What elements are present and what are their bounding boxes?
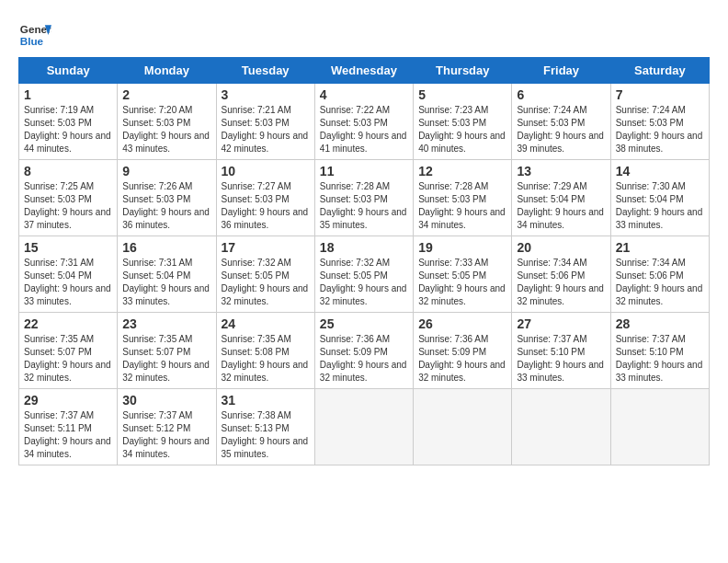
calendar-cell: 1Sunrise: 7:19 AMSunset: 5:03 PMDaylight… [19,84,118,160]
calendar-cell: 24Sunrise: 7:35 AMSunset: 5:08 PMDayligh… [216,313,314,389]
calendar-cell: 7Sunrise: 7:24 AMSunset: 5:03 PMDaylight… [610,84,709,160]
day-number: 2 [122,87,210,102]
day-number: 20 [517,240,605,255]
day-number: 10 [222,164,310,178]
calendar-cell: 5Sunrise: 7:23 AMSunset: 5:03 PMDaylight… [414,84,512,160]
day-number: 14 [616,164,704,178]
day-detail: Sunrise: 7:28 AMSunset: 5:03 PMDaylight:… [418,181,506,230]
day-detail: Sunrise: 7:27 AMSunset: 5:03 PMDaylight:… [222,181,309,230]
day-detail: Sunrise: 7:31 AMSunset: 5:04 PMDaylight:… [122,258,210,306]
svg-text:Blue: Blue [20,35,44,47]
logo-icon: General Blue [18,18,51,52]
day-detail: Sunrise: 7:37 AMSunset: 5:10 PMDaylight:… [517,334,604,383]
day-detail: Sunrise: 7:20 AMSunset: 5:03 PMDaylight:… [122,105,210,154]
day-detail: Sunrise: 7:36 AMSunset: 5:09 PMDaylight:… [320,334,407,383]
day-number: 25 [320,316,408,331]
day-header-monday: Monday [118,58,216,84]
logo: General Blue [18,18,51,52]
calendar-cell: 27Sunrise: 7:37 AMSunset: 5:10 PMDayligh… [512,313,610,389]
calendar-cell: 11Sunrise: 7:28 AMSunset: 5:03 PMDayligh… [314,160,413,236]
day-number: 24 [222,316,310,331]
calendar-cell: 4Sunrise: 7:22 AMSunset: 5:03 PMDaylight… [314,84,413,160]
day-number: 27 [517,316,605,331]
day-detail: Sunrise: 7:38 AMSunset: 5:13 PMDaylight:… [222,410,309,459]
day-number: 16 [122,240,210,255]
calendar-week-row: 22Sunrise: 7:35 AMSunset: 5:07 PMDayligh… [19,313,710,389]
day-header-saturday: Saturday [610,58,709,84]
calendar-cell: 12Sunrise: 7:28 AMSunset: 5:03 PMDayligh… [414,160,512,236]
day-detail: Sunrise: 7:37 AMSunset: 5:10 PMDaylight:… [616,334,703,383]
calendar-cell: 31Sunrise: 7:38 AMSunset: 5:13 PMDayligh… [216,389,314,465]
calendar-cell [610,389,709,465]
day-number: 12 [418,164,506,178]
day-header-wednesday: Wednesday [314,58,413,84]
calendar-week-row: 1Sunrise: 7:19 AMSunset: 5:03 PMDaylight… [19,84,710,160]
day-detail: Sunrise: 7:35 AMSunset: 5:07 PMDaylight:… [122,334,210,383]
day-number: 4 [320,87,408,102]
day-number: 13 [517,164,605,178]
calendar-cell: 30Sunrise: 7:37 AMSunset: 5:12 PMDayligh… [118,389,216,465]
day-detail: Sunrise: 7:34 AMSunset: 5:06 PMDaylight:… [616,258,703,306]
day-detail: Sunrise: 7:37 AMSunset: 5:11 PMDaylight:… [24,410,111,459]
calendar-cell: 25Sunrise: 7:36 AMSunset: 5:09 PMDayligh… [314,313,413,389]
calendar-cell: 17Sunrise: 7:32 AMSunset: 5:05 PMDayligh… [216,236,314,313]
day-detail: Sunrise: 7:34 AMSunset: 5:06 PMDaylight:… [517,258,604,306]
calendar-cell: 16Sunrise: 7:31 AMSunset: 5:04 PMDayligh… [118,236,216,313]
day-detail: Sunrise: 7:30 AMSunset: 5:04 PMDaylight:… [616,181,703,230]
calendar-cell: 23Sunrise: 7:35 AMSunset: 5:07 PMDayligh… [118,313,216,389]
calendar-cell: 6Sunrise: 7:24 AMSunset: 5:03 PMDaylight… [512,84,610,160]
calendar-cell: 14Sunrise: 7:30 AMSunset: 5:04 PMDayligh… [610,160,709,236]
day-number: 3 [222,87,310,102]
calendar-cell: 13Sunrise: 7:29 AMSunset: 5:04 PMDayligh… [512,160,610,236]
calendar-cell [414,389,512,465]
day-detail: Sunrise: 7:35 AMSunset: 5:07 PMDaylight:… [24,334,111,383]
day-number: 22 [24,316,112,331]
calendar-cell [512,389,610,465]
day-detail: Sunrise: 7:36 AMSunset: 5:09 PMDaylight:… [418,334,506,383]
calendar-cell: 18Sunrise: 7:32 AMSunset: 5:05 PMDayligh… [314,236,413,313]
calendar-cell: 8Sunrise: 7:25 AMSunset: 5:03 PMDaylight… [19,160,118,236]
day-detail: Sunrise: 7:37 AMSunset: 5:12 PMDaylight:… [122,410,210,459]
calendar-cell: 21Sunrise: 7:34 AMSunset: 5:06 PMDayligh… [610,236,709,313]
calendar-cell: 20Sunrise: 7:34 AMSunset: 5:06 PMDayligh… [512,236,610,313]
day-number: 11 [320,164,408,178]
day-number: 15 [24,240,112,255]
calendar-cell: 22Sunrise: 7:35 AMSunset: 5:07 PMDayligh… [19,313,118,389]
day-number: 21 [616,240,704,255]
day-number: 9 [122,164,210,178]
day-header-sunday: Sunday [19,58,118,84]
calendar-cell: 26Sunrise: 7:36 AMSunset: 5:09 PMDayligh… [414,313,512,389]
calendar-cell: 28Sunrise: 7:37 AMSunset: 5:10 PMDayligh… [610,313,709,389]
calendar-cell: 29Sunrise: 7:37 AMSunset: 5:11 PMDayligh… [19,389,118,465]
day-number: 8 [24,164,112,178]
day-number: 5 [418,87,506,102]
day-number: 30 [122,393,210,408]
calendar-cell: 2Sunrise: 7:20 AMSunset: 5:03 PMDaylight… [118,84,216,160]
day-number: 28 [616,316,704,331]
day-number: 18 [320,240,408,255]
calendar-week-row: 15Sunrise: 7:31 AMSunset: 5:04 PMDayligh… [19,236,710,313]
day-detail: Sunrise: 7:31 AMSunset: 5:04 PMDaylight:… [24,258,111,306]
day-detail: Sunrise: 7:32 AMSunset: 5:05 PMDaylight:… [320,258,407,306]
calendar-table: SundayMondayTuesdayWednesdayThursdayFrid… [18,57,710,465]
calendar-cell [314,389,413,465]
day-number: 17 [222,240,310,255]
day-number: 1 [24,87,112,102]
day-detail: Sunrise: 7:33 AMSunset: 5:05 PMDaylight:… [418,258,506,306]
day-detail: Sunrise: 7:19 AMSunset: 5:03 PMDaylight:… [24,105,111,154]
day-number: 7 [616,87,704,102]
day-detail: Sunrise: 7:24 AMSunset: 5:03 PMDaylight:… [616,105,703,154]
day-number: 31 [222,393,310,408]
page-header: General Blue [18,18,710,52]
day-detail: Sunrise: 7:26 AMSunset: 5:03 PMDaylight:… [122,181,210,230]
day-detail: Sunrise: 7:24 AMSunset: 5:03 PMDaylight:… [517,105,604,154]
day-detail: Sunrise: 7:32 AMSunset: 5:05 PMDaylight:… [222,258,309,306]
day-detail: Sunrise: 7:35 AMSunset: 5:08 PMDaylight:… [222,334,309,383]
day-number: 29 [24,393,112,408]
day-detail: Sunrise: 7:28 AMSunset: 5:03 PMDaylight:… [320,181,407,230]
calendar-cell: 3Sunrise: 7:21 AMSunset: 5:03 PMDaylight… [216,84,314,160]
day-detail: Sunrise: 7:29 AMSunset: 5:04 PMDaylight:… [517,181,604,230]
calendar-week-row: 8Sunrise: 7:25 AMSunset: 5:03 PMDaylight… [19,160,710,236]
day-number: 26 [418,316,506,331]
day-detail: Sunrise: 7:23 AMSunset: 5:03 PMDaylight:… [418,105,506,154]
